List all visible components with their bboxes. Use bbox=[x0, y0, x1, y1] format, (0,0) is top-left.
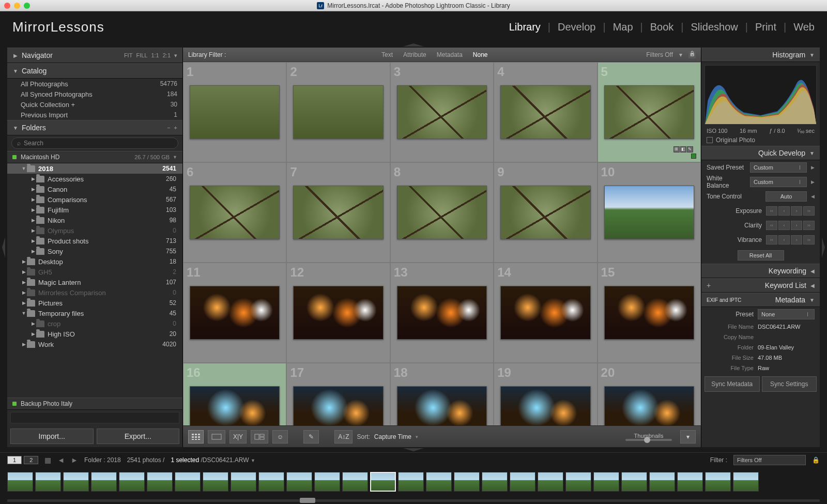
filter-lock-icon[interactable]: 🔒 bbox=[812, 456, 820, 464]
folder-item[interactable]: ▶GH52 bbox=[7, 267, 182, 277]
filters-menu-icon[interactable]: ▾ bbox=[679, 51, 682, 58]
filmstrip-thumbnail[interactable] bbox=[7, 472, 33, 492]
histogram-panel-header[interactable]: Histogram▼ bbox=[701, 48, 820, 62]
folder-item[interactable]: ▶High ISO20 bbox=[7, 329, 182, 339]
sort-value[interactable]: Capture Time bbox=[374, 433, 411, 440]
grid-cell[interactable]: 10 bbox=[598, 162, 701, 263]
folder-item[interactable]: ▶Comparisons567 bbox=[7, 194, 182, 205]
filmstrip-thumbnail[interactable] bbox=[63, 472, 89, 492]
grid-cell[interactable]: 9 bbox=[494, 162, 597, 263]
close-window-icon[interactable] bbox=[4, 3, 10, 9]
compare-view-button[interactable]: X|Y bbox=[229, 430, 247, 444]
zoom-fill[interactable]: FILL bbox=[136, 52, 147, 58]
filmstrip-thumbnail[interactable] bbox=[258, 472, 284, 492]
navigator-panel-header[interactable]: ▶ Navigator FIT FILL 1:1 2:1 ▾ bbox=[7, 48, 182, 63]
grid-cell[interactable]: 19 bbox=[494, 363, 597, 425]
filmstrip-thumbnail[interactable] bbox=[510, 472, 535, 492]
backup-volume-row[interactable]: Backup Photo Italy bbox=[7, 398, 182, 410]
catalog-item[interactable]: All Synced Photographs184 bbox=[7, 89, 182, 99]
folder-item[interactable]: ▶Canon45 bbox=[7, 184, 182, 194]
grid-cell[interactable]: 15 bbox=[598, 263, 701, 363]
filter-attribute[interactable]: Attribute bbox=[403, 51, 426, 58]
catalog-item[interactable]: Quick Collection +30 bbox=[7, 99, 182, 110]
folder-item[interactable]: ▶Magic Lantern107 bbox=[7, 277, 182, 287]
folder-item[interactable]: ▼Temporary files45 bbox=[7, 308, 182, 318]
disclosure-icon[interactable]: ▶ bbox=[811, 165, 815, 170]
filmstrip-thumbnail[interactable] bbox=[482, 472, 508, 492]
add-keyword-icon[interactable]: + bbox=[707, 281, 711, 289]
go-forward-icon[interactable]: ► bbox=[71, 456, 78, 464]
filmstrip-thumbnail[interactable] bbox=[119, 472, 145, 492]
module-develop[interactable]: Develop bbox=[558, 21, 595, 33]
grid-cell[interactable]: 11 bbox=[183, 263, 286, 363]
zoom-2-1[interactable]: 2:1 bbox=[163, 52, 171, 58]
grid-cell[interactable]: 13 bbox=[390, 263, 494, 363]
exposure-steppers[interactable]: ‹‹‹››› bbox=[766, 206, 815, 216]
display-2[interactable]: 2 bbox=[24, 456, 38, 464]
filmstrip-thumbnail[interactable] bbox=[649, 472, 675, 492]
sync-metadata-button[interactable]: Sync Metadata bbox=[705, 376, 760, 392]
folder-item[interactable]: ▶crop0 bbox=[7, 318, 182, 329]
clarity-steppers[interactable]: ‹‹‹››› bbox=[766, 221, 815, 230]
toolbar-menu-button[interactable]: ▾ bbox=[680, 430, 696, 444]
zoom-window-icon[interactable] bbox=[24, 3, 30, 9]
zoom-menu-icon[interactable]: ▾ bbox=[174, 52, 177, 59]
module-book[interactable]: Book bbox=[650, 21, 674, 33]
folder-item[interactable]: ▶Sony755 bbox=[7, 246, 182, 256]
grid-mini-icon[interactable]: ▦ bbox=[44, 456, 51, 464]
filmstrip-thumbnail[interactable] bbox=[593, 472, 619, 492]
survey-view-button[interactable] bbox=[251, 430, 268, 444]
grid-view-button[interactable] bbox=[188, 430, 204, 444]
filmstrip-thumbnail[interactable] bbox=[733, 472, 759, 492]
module-library[interactable]: Library bbox=[509, 21, 541, 33]
import-button[interactable]: Import... bbox=[10, 429, 94, 444]
folder-item[interactable]: ▶Work4020 bbox=[7, 339, 182, 349]
folders-panel-header[interactable]: ▼ Folders − + bbox=[7, 120, 182, 135]
catalog-panel-header[interactable]: ▼ Catalog bbox=[7, 63, 182, 79]
bottom-panel-grip[interactable] bbox=[0, 447, 827, 452]
loupe-view-button[interactable] bbox=[208, 430, 225, 444]
module-slideshow[interactable]: Slideshow bbox=[691, 21, 738, 33]
catalog-item[interactable]: All Photographs54776 bbox=[7, 79, 182, 89]
source-menu-icon[interactable]: ▼ bbox=[251, 458, 255, 463]
grid-cell[interactable]: 12 bbox=[286, 263, 390, 363]
current-folder[interactable]: Folder : 2018 bbox=[84, 456, 121, 464]
disclosure-icon[interactable]: ▶ bbox=[811, 179, 815, 185]
folder-item[interactable]: ▶Fujifilm103 bbox=[7, 205, 182, 215]
grid-cell[interactable]: 17 bbox=[286, 363, 390, 425]
filmstrip-thumbnail[interactable] bbox=[147, 472, 173, 492]
sync-settings-button[interactable]: Sync Settings bbox=[762, 376, 817, 392]
grid-cell[interactable]: 6 bbox=[183, 162, 286, 263]
folder-item[interactable]: ▼20182541 bbox=[7, 163, 182, 174]
grid-cell[interactable]: 7 bbox=[286, 162, 390, 263]
filters-off-toggle[interactable]: Filters Off bbox=[646, 51, 673, 58]
filmstrip-thumbnail[interactable] bbox=[286, 472, 312, 492]
remove-folder-icon[interactable]: − bbox=[167, 125, 170, 131]
keywording-header[interactable]: Keywording◀ bbox=[701, 264, 820, 278]
metadata-preset-select[interactable]: None bbox=[758, 309, 815, 319]
grid-cell[interactable]: 20 bbox=[598, 363, 701, 425]
metadata-header[interactable]: EXIF and IPTC Metadata▼ bbox=[701, 293, 820, 307]
checkbox-icon[interactable] bbox=[707, 137, 713, 143]
filmstrip-thumbnail[interactable] bbox=[621, 472, 647, 492]
folder-item[interactable]: ▶Desktop18 bbox=[7, 256, 182, 267]
top-panel-grip[interactable] bbox=[0, 42, 827, 48]
zoom-1-1[interactable]: 1:1 bbox=[151, 52, 159, 58]
module-web[interactable]: Web bbox=[793, 21, 815, 33]
folder-item[interactable]: ▶Mirrorless Comparison0 bbox=[7, 287, 182, 298]
people-view-button[interactable]: ☺ bbox=[272, 430, 288, 444]
histogram-display[interactable] bbox=[705, 65, 817, 125]
grid-cell[interactable]: 3 bbox=[390, 62, 494, 162]
filmstrip-thumbnail[interactable] bbox=[538, 472, 563, 492]
folder-item[interactable]: ▶Pictures52 bbox=[7, 298, 182, 308]
preset-select[interactable]: Custom bbox=[750, 162, 807, 173]
quick-develop-header[interactable]: Quick Develop▼ bbox=[701, 146, 820, 160]
display-1[interactable]: 1 bbox=[7, 456, 22, 464]
filmstrip-thumbnail[interactable] bbox=[35, 472, 61, 492]
search-input[interactable]: ⌕ Search bbox=[11, 138, 178, 149]
volume-menu-icon[interactable]: ▼ bbox=[173, 155, 177, 160]
thumbnail-size-slider[interactable] bbox=[625, 439, 672, 441]
filmstrip-thumbnail[interactable] bbox=[398, 472, 424, 492]
right-panel-grip[interactable] bbox=[820, 48, 827, 447]
sort-menu-icon[interactable]: ▾ bbox=[416, 434, 418, 439]
